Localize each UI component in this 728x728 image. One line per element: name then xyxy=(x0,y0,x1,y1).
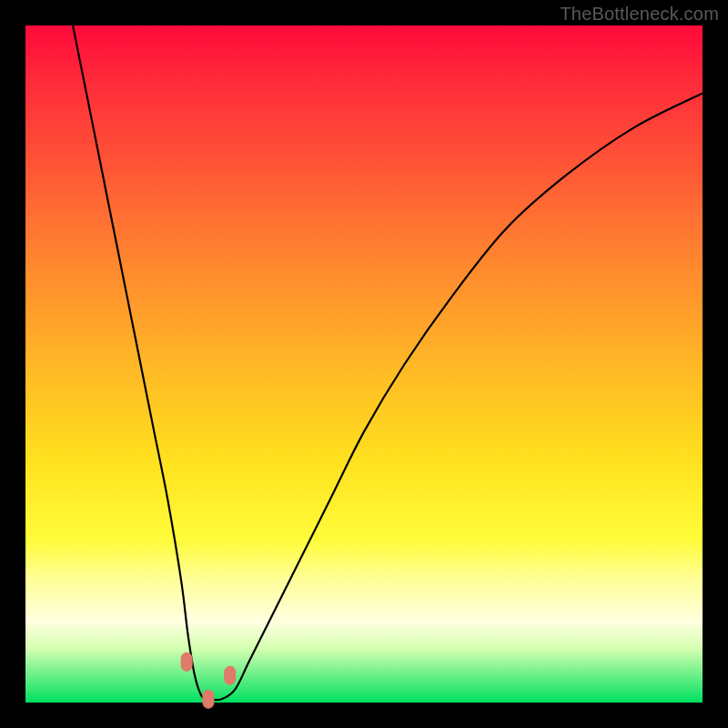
curve-markers xyxy=(181,652,236,708)
right-marker xyxy=(225,666,236,684)
attribution-label: TheBottleneck.com xyxy=(560,4,719,25)
chart-plot-area xyxy=(25,25,703,703)
left-marker xyxy=(181,652,192,671)
bottom-marker xyxy=(203,690,214,708)
bottleneck-curve xyxy=(73,25,703,700)
chart-svg xyxy=(25,25,703,703)
